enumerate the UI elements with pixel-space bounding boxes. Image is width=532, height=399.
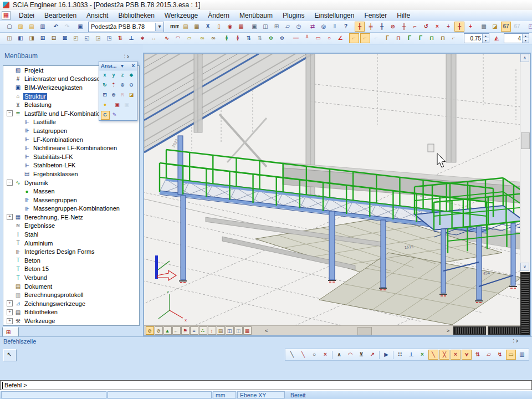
menu-fenster[interactable]: Fenster xyxy=(359,11,392,20)
zero-members-icon[interactable]: ╂ xyxy=(454,22,464,32)
grid-lines-icon[interactable]: ⊥ xyxy=(406,350,416,360)
3d-viewport[interactable]: z x 3637 1615 454 ∧ ∨ ⊘⊘▲⌐⚑≡∴↕▤◫◫▦ < > xyxy=(143,53,531,336)
draw-column-icon[interactable]: ◧ xyxy=(16,33,25,43)
tree-item-lastgruppen[interactable]: ⊪Lastgruppen xyxy=(3,126,139,135)
member-display-icon[interactable]: ╫ xyxy=(399,22,409,32)
mesh-sphere-icon[interactable]: ◉ xyxy=(225,22,235,32)
coord-table-icon[interactable]: ▥ xyxy=(517,350,527,360)
connect-members-icon[interactable]: ≬ xyxy=(222,33,232,43)
horizontal-scrollbar-thumb[interactable] xyxy=(357,327,372,335)
node-filter-icon[interactable]: ╂ xyxy=(355,22,365,32)
view-z-icon[interactable]: z xyxy=(119,71,127,80)
zoom-in-icon[interactable]: ⊕ xyxy=(119,81,127,90)
snap-polygon-icon[interactable]: ▱ xyxy=(484,350,494,360)
support-hinged-icon[interactable]: ⌐ xyxy=(360,33,370,43)
tree-expander-icon[interactable]: + xyxy=(7,318,13,324)
materials-icon[interactable]: ▦ xyxy=(192,22,202,32)
zoom-out-icon[interactable]: ⊖ xyxy=(127,81,136,90)
link-icon[interactable]: ⇄ xyxy=(308,22,318,32)
layers-icon[interactable]: ▤ xyxy=(181,22,191,32)
light-icon[interactable]: ● xyxy=(101,101,110,110)
hinge-member-icon[interactable]: ⊓ xyxy=(427,33,437,43)
show-loads-icon[interactable]: ⌐ xyxy=(172,326,181,335)
print-preview-icon[interactable]: ◫ xyxy=(260,22,270,32)
snap-orthopoints-icon[interactable]: ⇅ xyxy=(473,350,483,360)
calculator-icon[interactable]: ⊞ xyxy=(272,22,282,32)
view-y-icon[interactable]: y xyxy=(110,71,118,80)
rotate-view-icon[interactable]: ↻ xyxy=(101,81,109,90)
arc-icon[interactable]: ◠ xyxy=(173,33,183,43)
draw-plate-icon[interactable]: ◨ xyxy=(27,33,37,43)
menu-bearbeiten[interactable]: Bearbeiten xyxy=(39,11,81,20)
draw-wall-icon[interactable]: ⊞ xyxy=(38,33,48,43)
snap-endpoints-icon[interactable]: ╲ xyxy=(428,350,438,360)
3d-model-scene[interactable]: z x 3637 1615 454 xyxy=(144,54,520,326)
coordinate-info-icon[interactable]: C xyxy=(101,111,110,120)
zoom-window-icon[interactable]: ⊡ xyxy=(101,91,109,100)
support-line-icon[interactable]: Γ xyxy=(382,33,392,43)
clipping-box-icon[interactable]: ◪ xyxy=(127,91,136,100)
spin-down-icon[interactable]: ▼ xyxy=(483,38,489,43)
view-x-icon[interactable]: x xyxy=(101,71,109,80)
dimension-line-icon[interactable]: — xyxy=(291,33,301,43)
what-is-icon[interactable]: ? xyxy=(341,22,351,32)
single-member-icon[interactable]: ╂ xyxy=(377,22,387,32)
render-settings-icon[interactable]: ✎ xyxy=(110,111,119,120)
snap-vertex-icon[interactable]: ∧ xyxy=(334,350,344,360)
tree-item-berechnung-fe-netz[interactable]: +▦Berechnung, FE-Netz xyxy=(3,213,139,222)
member-filter-icon[interactable]: ╪ xyxy=(366,22,376,32)
internal-node-icon[interactable]: ⇅ xyxy=(115,33,125,43)
new-window-icon[interactable]: ◫ xyxy=(226,326,234,335)
show-local-axes-icon[interactable]: ↕ xyxy=(208,326,216,335)
zoom-document-icon[interactable]: ◎ xyxy=(319,22,329,32)
draw-rib-icon[interactable]: ◰ xyxy=(71,33,81,43)
lock-selection-icon[interactable]: ⊘ xyxy=(388,22,398,32)
member-link-icon[interactable]: ∞ xyxy=(208,33,218,43)
align-nodes-icon[interactable]: ⇅ xyxy=(244,33,254,43)
draw-subregion-icon[interactable]: ⊠ xyxy=(60,33,70,43)
snap-line-icon[interactable]: ╲ xyxy=(287,350,297,360)
palette-close-icon[interactable]: × xyxy=(129,61,139,71)
snap-arc-icon[interactable]: ↯ xyxy=(495,350,505,360)
scale-spinner[interactable]: 4 ▲▼ xyxy=(504,33,529,43)
new-project-icon[interactable]: ▢ xyxy=(4,22,14,32)
snap-circle-icon[interactable]: ○ xyxy=(309,350,319,360)
tree-item-verbund[interactable]: TVerbund xyxy=(3,273,139,282)
tree-item-dokument[interactable]: ▤Dokument xyxy=(3,282,139,291)
close-icon[interactable]: × xyxy=(515,336,518,346)
tree-item-stabilit-ts-lfk[interactable]: ⊩Stabilitäts-LFK xyxy=(3,152,139,161)
midpoint-icon[interactable]: × xyxy=(417,350,427,360)
tree-item-werkzeuge[interactable]: +⚒Werkzeuge xyxy=(3,316,139,325)
node-link-icon[interactable]: ∞ xyxy=(197,33,207,43)
tree-item-berechnungsprotokoll[interactable]: ▥Berechnungsprotokoll xyxy=(3,290,139,299)
disconnect-members-icon[interactable]: ≬ xyxy=(233,33,243,43)
walk-mode-icon[interactable]: ⇡ xyxy=(110,81,118,90)
project-combobox[interactable]: Podest2a PSB B.78 ▾ xyxy=(88,22,164,32)
combo-dropdown-icon[interactable]: ▾ xyxy=(156,22,163,32)
snap-tangent-icon[interactable]: ◠ xyxy=(345,350,355,360)
view-67-icon[interactable]: 67 xyxy=(501,22,511,32)
refresh-mesh-icon[interactable]: ◭ xyxy=(492,33,502,43)
zoom-all-icon[interactable]: ⊛ xyxy=(110,91,118,100)
polygon-icon[interactable]: ▱ xyxy=(184,33,194,43)
tree-item-nichtlineare-lf-kombinationen[interactable]: ⊩Nichtlineare LF-Kombinationen xyxy=(3,144,139,152)
tree-expander-icon[interactable]: + xyxy=(7,309,13,315)
print-icon[interactable]: ▣ xyxy=(249,22,259,32)
spin-up-icon[interactable]: ▲ xyxy=(523,34,529,38)
explode-group-icon[interactable]: ≎ xyxy=(277,33,287,43)
units-icon[interactable]: mm xyxy=(170,22,180,32)
stretch-icon[interactable]: ↔ xyxy=(149,33,158,43)
copy-add-data-icon[interactable]: ◰ xyxy=(526,22,532,32)
member-end-icon[interactable]: ⌐ xyxy=(410,22,420,32)
measure-icon[interactable]: ▭ xyxy=(506,350,516,360)
support-rotation-icon[interactable]: Γ xyxy=(405,33,415,43)
pointer-mode-icon[interactable]: ↖ xyxy=(4,350,14,360)
snap-ortho-icon[interactable]: ⊻ xyxy=(356,350,366,360)
spin-up-icon[interactable]: ▲ xyxy=(483,34,489,38)
deselect-icon[interactable]: × xyxy=(432,22,442,32)
scroll-down-button[interactable]: ∨ xyxy=(520,263,529,271)
tree-item-aluminium[interactable]: TAluminium xyxy=(3,239,139,248)
tree-item-massengruppen-kombinationen[interactable]: ⊪Massengruppen-Kombinationen xyxy=(3,204,139,213)
tree-item-stahlbeton-lfk[interactable]: ⊩Stahlbeton-LFK xyxy=(3,161,139,170)
view-palette-header[interactable]: Ansi... ▾× xyxy=(99,62,137,70)
